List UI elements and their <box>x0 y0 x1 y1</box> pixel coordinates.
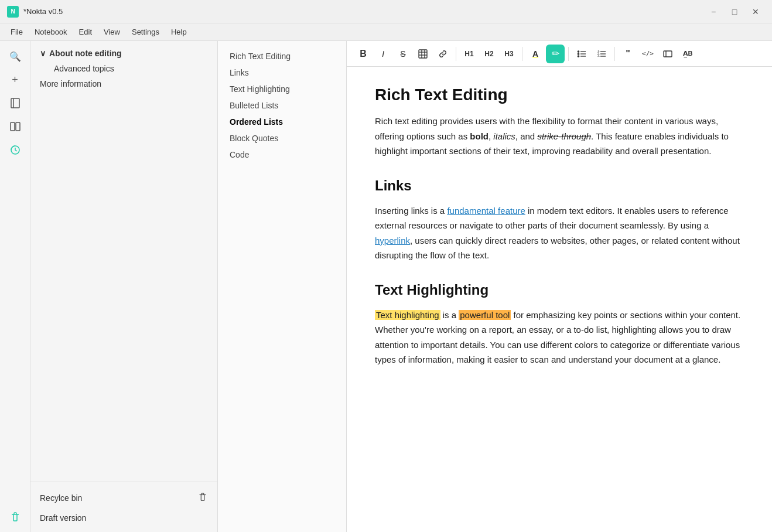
bold-text: bold <box>470 131 489 141</box>
tree-item-advanced-topics[interactable]: Advanced topics <box>30 61 217 76</box>
embed-button[interactable] <box>658 45 677 63</box>
book-icon-btn[interactable] <box>5 93 26 114</box>
strikethrough-button[interactable]: S <box>394 45 412 63</box>
sidebar-icon-panel: 🔍 + <box>0 41 30 532</box>
tree-bottom: Recylce bin Draft version <box>30 482 217 532</box>
toolbar-separator-1 <box>456 47 456 61</box>
highlight-button[interactable]: ✏ <box>546 45 565 63</box>
highlight-text-highlighting: Text highlighting <box>375 310 440 320</box>
tree-item-draft-version[interactable]: Draft version <box>30 509 217 527</box>
ordered-list-button[interactable]: 1. 2. 3. <box>592 45 611 63</box>
svg-rect-0 <box>11 98 19 108</box>
close-button[interactable]: ✕ <box>746 2 765 21</box>
app-title: *Nokta v0.5 <box>23 7 704 16</box>
search-icon-btn[interactable]: 🔍 <box>5 46 26 67</box>
bold-button[interactable]: B <box>354 45 373 63</box>
menu-file[interactable]: File <box>5 25 29 39</box>
maximize-button[interactable]: □ <box>725 2 744 21</box>
svg-rect-3 <box>16 122 20 131</box>
split-icon-btn[interactable] <box>5 116 26 137</box>
table-button[interactable] <box>414 45 432 63</box>
toolbar-separator-3 <box>568 47 569 61</box>
outline-item-links[interactable]: Links <box>218 64 346 81</box>
draft-version-label: Draft version <box>40 513 86 523</box>
code-button[interactable]: </> <box>638 45 657 63</box>
svg-text:3.: 3. <box>597 54 600 57</box>
tree-item-more-information[interactable]: More information <box>30 76 217 91</box>
strikethrough-text: strike-through <box>537 131 591 141</box>
bullet-list-button[interactable] <box>572 45 591 63</box>
paragraph-rich-text-editing: Rich text editing provides users with th… <box>375 114 744 159</box>
italic-text: italics <box>493 131 515 141</box>
link-button[interactable] <box>433 45 452 63</box>
menu-help[interactable]: Help <box>165 25 193 39</box>
tree-item-label: Advanced topics <box>54 64 114 73</box>
h2-button[interactable]: H2 <box>480 45 498 63</box>
outline-item-rich-text-editing[interactable]: Rich Text Editing <box>218 48 346 64</box>
heading-text-highlighting: Text Highlighting <box>375 282 744 298</box>
trash-icon-btn[interactable] <box>5 506 26 527</box>
app-icon: N <box>7 6 19 18</box>
section-rich-text-editing: Rich Text Editing Rich text editing prov… <box>375 86 744 159</box>
menubar: File Notebook Edit View Settings Help <box>0 23 772 41</box>
tree-item-about-note-editing[interactable]: ∨ About note editing <box>30 46 217 61</box>
section-text-highlighting: Text Highlighting Text highlighting is a… <box>375 282 744 367</box>
link-fundamental-feature[interactable]: fundamental feature <box>447 206 525 216</box>
main-layout: 🔍 + <box>0 41 772 532</box>
window-controls: − □ ✕ <box>704 2 765 21</box>
editor-toolbar: B I S H1 H2 H3 <box>347 41 772 67</box>
menu-notebook[interactable]: Notebook <box>29 25 73 39</box>
outline-item-ordered-lists[interactable]: Ordered Lists <box>218 114 346 130</box>
menu-settings[interactable]: Settings <box>126 25 165 39</box>
paragraph-text-highlighting: Text highlighting is a powerful tool for… <box>375 308 744 367</box>
paragraph-links: Inserting links is a fundamental feature… <box>375 203 744 263</box>
svg-rect-5 <box>419 50 427 58</box>
heading-links: Links <box>375 178 744 194</box>
svg-rect-2 <box>11 122 15 131</box>
outline-item-block-quotes[interactable]: Block Quotes <box>218 130 346 146</box>
tree-panel: ∨ About note editing Advanced topics Mor… <box>30 41 218 532</box>
editor-area: B I S H1 H2 H3 <box>347 41 772 532</box>
editor-content[interactable]: Rich Text Editing Rich text editing prov… <box>347 67 772 532</box>
recycle-bin-label: Recylce bin <box>40 493 82 503</box>
add-icon-btn[interactable]: + <box>5 69 26 90</box>
quote-button[interactable]: " <box>619 45 637 63</box>
history-icon-btn[interactable] <box>5 139 26 161</box>
minimize-button[interactable]: − <box>704 2 723 21</box>
tree-item-label: About note editing <box>49 49 122 58</box>
chevron-icon: ∨ <box>40 49 46 58</box>
outline-item-text-highlighting[interactable]: Text Highlighting <box>218 81 346 97</box>
menu-edit[interactable]: Edit <box>73 25 98 39</box>
h3-button[interactable]: H3 <box>500 45 518 63</box>
text-color-button[interactable]: A <box>526 45 545 63</box>
svg-rect-22 <box>664 51 672 57</box>
italic-button[interactable]: I <box>374 45 392 63</box>
svg-point-12 <box>578 53 579 54</box>
tree-item-recycle-bin[interactable]: Recylce bin <box>30 487 217 509</box>
toolbar-separator-4 <box>614 47 615 61</box>
menu-view[interactable]: View <box>98 25 126 39</box>
tree-item-label: More information <box>40 79 101 88</box>
section-links: Links Inserting links is a fundamental f… <box>375 178 744 263</box>
svg-point-14 <box>578 55 579 56</box>
h1-button[interactable]: H1 <box>460 45 479 63</box>
heading-rich-text-editing: Rich Text Editing <box>375 86 744 104</box>
spellcheck-button[interactable]: A̲B <box>678 45 697 63</box>
tree-content: ∨ About note editing Advanced topics Mor… <box>30 41 217 482</box>
highlight-powerful-tool: powerful tool <box>459 310 511 320</box>
trash-icon <box>197 492 208 504</box>
outline-panel: Rich Text Editing Links Text Highlightin… <box>218 41 347 532</box>
svg-point-10 <box>578 50 579 52</box>
link-hyperlink[interactable]: hyperlink <box>375 236 410 245</box>
toolbar-separator-2 <box>522 47 522 61</box>
outline-item-code[interactable]: Code <box>218 146 346 163</box>
titlebar: N *Nokta v0.5 − □ ✕ <box>0 0 772 23</box>
outline-item-bulleted-lists[interactable]: Bulleted Lists <box>218 97 346 114</box>
